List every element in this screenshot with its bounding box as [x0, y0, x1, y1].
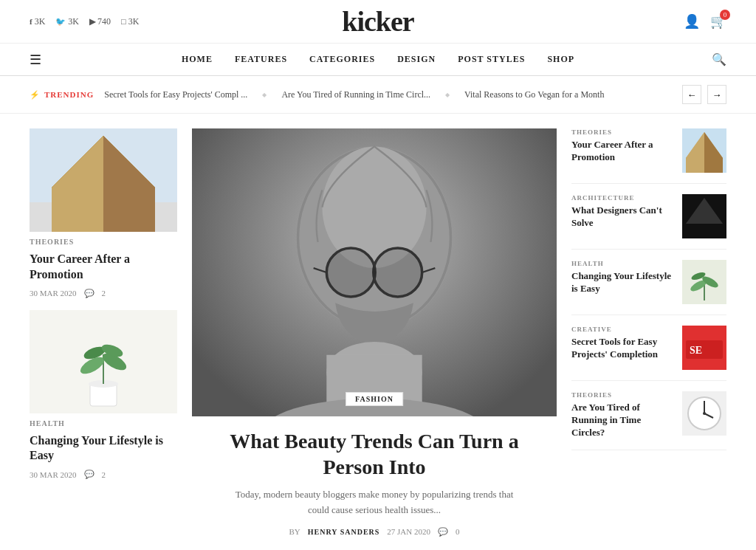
- header-actions: 👤 🛒 0: [684, 13, 726, 30]
- svg-text:SE: SE: [690, 345, 702, 356]
- left-card-1-date: 30 MAR 2020: [30, 289, 77, 298]
- plant-illustration: [30, 310, 177, 413]
- trending-next-button[interactable]: →: [707, 85, 726, 104]
- right-item-1: ARCHITECTURE What Designers Can't Solve: [571, 184, 726, 250]
- right-item-4-category: THEORIES: [571, 391, 673, 399]
- main-article-excerpt: Today, modern beauty bloggers make money…: [234, 487, 515, 518]
- svg-point-25: [374, 249, 422, 296]
- left-card-2-date: 30 MAR 2020: [30, 470, 77, 479]
- twitter-icon: 🐦: [55, 17, 66, 27]
- main-nav: ☰ HOME FEATURES CATEGORIES DESIGN POST S…: [0, 44, 756, 76]
- right-item-0: THEORIES Your Career After a Promotion: [571, 128, 726, 184]
- facebook-count: 3K: [35, 16, 46, 27]
- nav-post-styles[interactable]: POST STYLES: [458, 54, 525, 65]
- right-item-0-category: THEORIES: [571, 128, 673, 136]
- right-item-4-info: THEORIES Are You Tired of Running in Tim…: [571, 391, 673, 439]
- bolt-icon: ⚡: [30, 90, 41, 100]
- left-card-1-category: THEORIES: [30, 238, 177, 246]
- comment-icon-2: 💬: [84, 470, 94, 479]
- search-icon[interactable]: 🔍: [712, 52, 726, 66]
- trending-items: Secret Tools for Easy Projects' Compl ..…: [104, 89, 672, 100]
- right-sidebar: THEORIES Your Career After a Promotion A…: [571, 128, 726, 537]
- right-item-2-title[interactable]: Changing Your Lifestyle is Easy: [571, 270, 673, 295]
- nav-shop[interactable]: SHOP: [547, 54, 574, 65]
- left-card-2-comments: 2: [102, 470, 106, 479]
- left-card-2-title[interactable]: Changing Your Lifestyle is Easy: [30, 433, 177, 464]
- trending-bar: ⚡ TRENDING Secret Tools for Easy Project…: [0, 76, 756, 114]
- nav-categories[interactable]: CATEGORIES: [309, 54, 375, 65]
- facebook-link[interactable]: f 3K: [30, 16, 45, 27]
- nav-features[interactable]: FEATURES: [235, 54, 287, 65]
- right-item-0-thumb: [682, 128, 726, 173]
- left-card-1-meta: 30 MAR 2020 💬 2: [30, 289, 177, 298]
- twitter-link[interactable]: 🐦 3K: [55, 16, 79, 27]
- right-item-1-title[interactable]: What Designers Can't Solve: [571, 204, 673, 230]
- main-article-image: FASHION: [192, 128, 557, 416]
- social-links: f 3K 🐦 3K ▶ 740 □ 3K: [30, 16, 139, 27]
- right-item-0-title[interactable]: Your Career After a Promotion: [571, 139, 673, 164]
- left-card-2-category: HEALTH: [30, 419, 177, 427]
- youtube-count: 740: [97, 16, 111, 27]
- right-item-1-thumb: [682, 194, 726, 238]
- main-article-badge: FASHION: [346, 392, 403, 406]
- user-icon[interactable]: 👤: [684, 13, 700, 30]
- architecture-illustration: [30, 128, 177, 232]
- nav-design[interactable]: DESIGN: [397, 54, 436, 65]
- hamburger-icon[interactable]: ☰: [30, 52, 41, 68]
- svg-point-24: [327, 249, 374, 296]
- instagram-count: 3K: [128, 16, 140, 27]
- main-article-svg: [192, 128, 557, 416]
- nav-home[interactable]: HOME: [182, 54, 213, 65]
- right-item-3: CREATIVE Secret Tools for Easy Projects'…: [571, 315, 726, 381]
- trending-prev-button[interactable]: ←: [682, 85, 701, 104]
- twitter-count: 3K: [68, 16, 79, 27]
- author-name[interactable]: HENRY SANDERS: [308, 528, 380, 536]
- left-card-1-comments: 2: [102, 289, 106, 298]
- right-item-3-info: CREATIVE Secret Tools for Easy Projects'…: [571, 326, 673, 361]
- left-card-1-image: [30, 128, 177, 232]
- right-item-2-thumb: [682, 260, 726, 304]
- youtube-link[interactable]: ▶ 740: [89, 16, 111, 27]
- main-content: THEORIES Your Career After a Promotion 3…: [0, 114, 756, 550]
- left-sidebar: THEORIES Your Career After a Promotion 3…: [30, 128, 177, 537]
- right-item-2-info: HEALTH Changing Your Lifestyle is Easy: [571, 260, 673, 295]
- author-label: BY: [289, 527, 300, 536]
- right-item-3-title[interactable]: Secret Tools for Easy Projects' Completi…: [571, 336, 673, 361]
- trending-item-1[interactable]: Secret Tools for Easy Projects' Compl ..…: [104, 89, 247, 100]
- trending-item-2[interactable]: Are You Tired of Running in Time Circl..…: [281, 89, 430, 100]
- youtube-icon: ▶: [89, 17, 95, 27]
- main-article-title[interactable]: What Beauty Trends Can Turn a Person Int…: [219, 428, 529, 480]
- right-item-2: HEALTH Changing Your Lifestyle is Easy: [571, 250, 726, 315]
- trending-dot-2: ◆: [445, 92, 450, 98]
- trending-navigation: ← →: [682, 85, 726, 104]
- left-card-1: THEORIES Your Career After a Promotion 3…: [30, 128, 177, 298]
- trending-item-3[interactable]: Vital Reasons to Go Vegan for a Month: [464, 89, 604, 100]
- right-item-4-title[interactable]: Are You Tired of Running in Time Circles…: [571, 402, 673, 439]
- right-item-3-category: CREATIVE: [571, 326, 673, 333]
- cart-button[interactable]: 🛒 0: [710, 13, 726, 30]
- main-article-meta: BY HENRY SANDERS 27 JAN 2020 💬 0: [289, 527, 459, 537]
- left-card-1-title[interactable]: Your Career After a Promotion: [30, 252, 177, 283]
- cart-count: 0: [720, 10, 730, 20]
- right-item-4-thumb: [682, 391, 726, 436]
- facebook-icon: f: [30, 17, 32, 26]
- article-comments: 0: [456, 527, 460, 536]
- instagram-link[interactable]: □ 3K: [121, 16, 139, 27]
- trending-label: ⚡ TRENDING: [30, 90, 94, 100]
- svg-point-18: [322, 146, 426, 268]
- right-item-4: THEORIES Are You Tired of Running in Tim…: [571, 381, 726, 450]
- comment-icon-1: 💬: [84, 289, 94, 298]
- article-date: 27 JAN 2020: [387, 527, 430, 536]
- comment-icon-main: 💬: [438, 527, 448, 537]
- trending-dot-1: ◆: [262, 92, 267, 98]
- site-logo[interactable]: kicker: [342, 5, 413, 38]
- instagram-icon: □: [121, 17, 126, 26]
- right-item-3-thumb: SE: [682, 326, 726, 370]
- left-card-2-meta: 30 MAR 2020 💬 2: [30, 470, 177, 479]
- right-item-0-info: THEORIES Your Career After a Promotion: [571, 128, 673, 164]
- header: f 3K 🐦 3K ▶ 740 □ 3K kicker 👤 🛒 0: [0, 0, 756, 44]
- right-item-1-category: ARCHITECTURE: [571, 194, 673, 202]
- right-item-1-info: ARCHITECTURE What Designers Can't Solve: [571, 194, 673, 230]
- right-item-2-category: HEALTH: [571, 260, 673, 267]
- left-card-2-image: [30, 310, 177, 413]
